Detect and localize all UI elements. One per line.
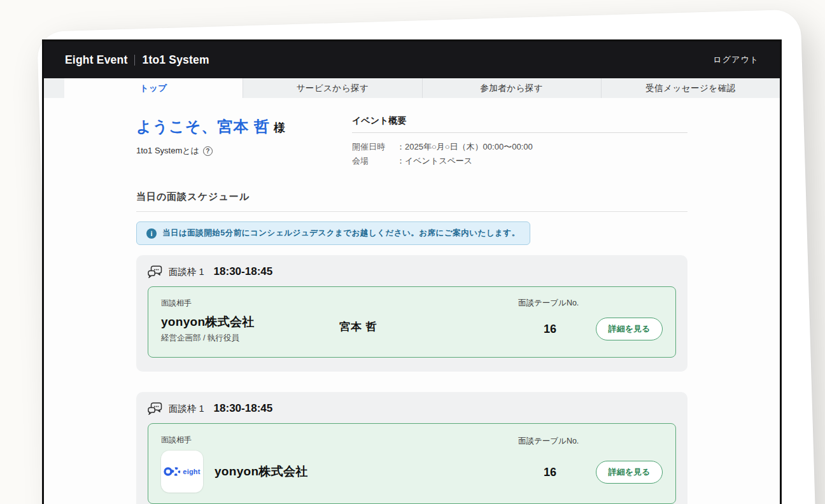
schedule-section-title: 当日の面談スケジュール xyxy=(136,191,688,212)
eight-logo-mark xyxy=(164,466,181,477)
meeting-panel: 面談相手 eight yonyon株式会社 xyxy=(148,423,676,504)
tab-bar-lead-spacer xyxy=(44,78,64,98)
partner-column: 面談相手 eight yonyon株式会社 xyxy=(161,435,518,493)
brand-secondary: 1to1 System xyxy=(142,53,209,67)
chat-bubbles-icon xyxy=(148,402,162,415)
slot-label: 面談枠 1 xyxy=(169,403,204,415)
table-row: 16 詳細を見る xyxy=(518,461,663,484)
detail-button[interactable]: 詳細を見る xyxy=(596,461,663,484)
slot-label: 面談枠 1 xyxy=(169,266,204,278)
welcome-honorific: 様 xyxy=(274,122,286,134)
table-number-label: 面談テーブルNo. xyxy=(518,298,663,309)
about-row: 1to1 Systemとは ? xyxy=(136,145,352,157)
table-number: 16 xyxy=(518,466,582,479)
welcome-greeting: ようこそ、宮本 哲 xyxy=(136,118,270,135)
table-column: 面談テーブルNo. 16 詳細を見る xyxy=(518,298,663,340)
table-number: 16 xyxy=(518,323,582,336)
partner-person: 宮本 哲 xyxy=(339,321,377,333)
slot-time: 18:30-18:45 xyxy=(214,265,273,278)
meeting-slot-card: 面談枠 1 18:30-18:45 面談相手 yonyon株式会社 経営企画部 … xyxy=(136,255,688,372)
tab-bar: トップ サービスから探す 参加者から探す 受信メッセージを確認 xyxy=(44,78,780,98)
meeting-panel: 面談相手 yonyon株式会社 経営企画部 / 執行役員 宮本 哲 面談テーブル… xyxy=(148,286,676,358)
app-window: Eight Event 1to1 System ログアウト トップ サービスから… xyxy=(42,39,782,504)
event-overview-rows: 開催日時 ：2025年○月○日（木）00:00〜00:00 会場 ：イベントスペ… xyxy=(352,140,688,168)
partner-department: 経営企画部 / 執行役員 xyxy=(161,333,339,344)
brand-primary: Eight Event xyxy=(65,53,127,67)
event-overview-title: イベント概要 xyxy=(352,115,688,133)
event-date-value: ：2025年○月○日（木）00:00〜00:00 xyxy=(397,140,533,154)
tab-search-by-service[interactable]: サービスから探す xyxy=(243,78,421,98)
meeting-slot-card: 面談枠 1 18:30-18:45 面談相手 eight xyxy=(136,392,688,504)
event-date-row: 開催日時 ：2025年○月○日（木）00:00〜00:00 xyxy=(352,140,688,154)
notice-text: 当日は面談開始5分前にコンシェルジュデスクまでお越しください。お席にご案内いたし… xyxy=(162,228,520,239)
event-venue-label: 会場 xyxy=(352,154,397,168)
about-system-link[interactable]: 1to1 Systemとは xyxy=(136,145,199,157)
person-column: 宮本 哲 xyxy=(339,298,518,334)
brand: Eight Event 1to1 System xyxy=(65,53,209,67)
main-content: ようこそ、宮本 哲様 1to1 Systemとは ? イベント概要 開催日時 ：… xyxy=(136,98,688,504)
chat-bubbles-icon xyxy=(148,265,162,278)
notice-banner: i 当日は面談開始5分前にコンシェルジュデスクまでお越しください。お席にご案内い… xyxy=(136,221,530,245)
info-icon: i xyxy=(146,228,157,239)
partner-company: yonyon株式会社 xyxy=(161,314,339,330)
table-column: 面談テーブルNo. 16 詳細を見る xyxy=(518,435,663,484)
event-venue-row: 会場 ：イベントスペース xyxy=(352,154,688,168)
eight-logo: eight xyxy=(161,451,203,493)
partner-label: 面談相手 xyxy=(161,298,339,309)
slot-time: 18:30-18:45 xyxy=(214,402,273,415)
partner-company: yonyon株式会社 xyxy=(215,463,308,480)
welcome-block: ようこそ、宮本 哲様 1to1 Systemとは ? xyxy=(136,115,352,168)
brand-divider xyxy=(134,55,135,66)
event-date-label: 開催日時 xyxy=(352,140,397,154)
schedule-section: 当日の面談スケジュール i 当日は面談開始5分前にコンシェルジュデスクまでお越し… xyxy=(136,191,688,504)
tab-top[interactable]: トップ xyxy=(64,78,243,98)
welcome-row: ようこそ、宮本 哲様 1to1 Systemとは ? イベント概要 開催日時 ：… xyxy=(136,115,688,168)
eight-logo-text: eight xyxy=(183,468,200,475)
tab-search-by-participant[interactable]: 参加者から探す xyxy=(422,78,601,98)
event-venue-value: ：イベントスペース xyxy=(397,154,472,168)
partner-label: 面談相手 xyxy=(161,435,518,445)
partner-logo-row: eight yonyon株式会社 xyxy=(161,451,518,493)
partner-column: 面談相手 yonyon株式会社 経営企画部 / 執行役員 xyxy=(161,298,339,344)
event-overview: イベント概要 開催日時 ：2025年○月○日（木）00:00〜00:00 会場 … xyxy=(352,115,688,168)
table-row: 16 詳細を見る xyxy=(518,318,663,340)
tab-check-messages[interactable]: 受信メッセージを確認 xyxy=(601,78,780,98)
help-icon[interactable]: ? xyxy=(203,146,213,156)
logout-link[interactable]: ログアウト xyxy=(713,54,759,66)
slot-header: 面談枠 1 18:30-18:45 xyxy=(148,402,676,415)
page-title: ようこそ、宮本 哲様 xyxy=(136,116,352,137)
table-number-label: 面談テーブルNo. xyxy=(518,436,663,447)
detail-button[interactable]: 詳細を見る xyxy=(596,318,663,340)
app-header: Eight Event 1to1 System ログアウト xyxy=(44,41,780,78)
slot-header: 面談枠 1 18:30-18:45 xyxy=(148,265,676,278)
